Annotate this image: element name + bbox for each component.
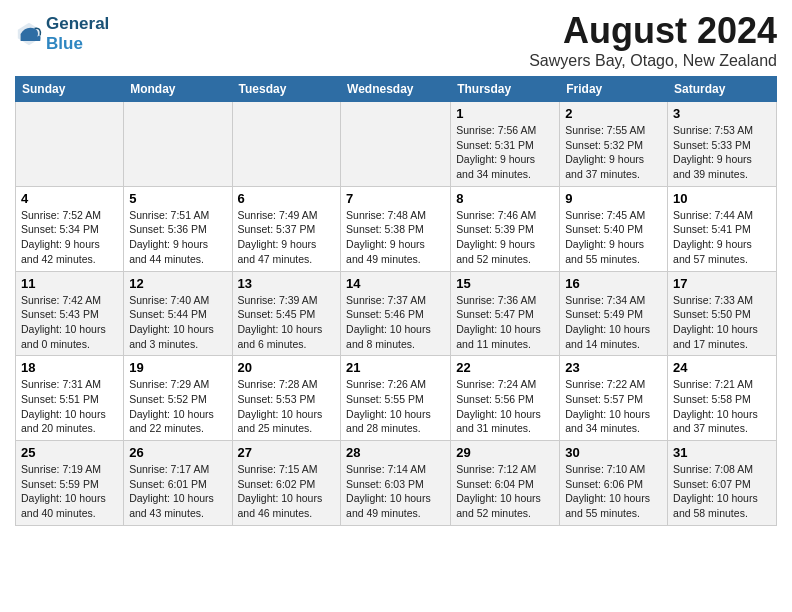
day-number: 7 <box>346 191 445 206</box>
page-header: General Blue August 2024 Sawyers Bay, Ot… <box>15 10 777 70</box>
page-title: August 2024 <box>529 10 777 52</box>
day-number: 26 <box>129 445 226 460</box>
day-info: Sunrise: 7:44 AM Sunset: 5:41 PM Dayligh… <box>673 208 771 267</box>
day-info: Sunrise: 7:49 AM Sunset: 5:37 PM Dayligh… <box>238 208 336 267</box>
day-info: Sunrise: 7:55 AM Sunset: 5:32 PM Dayligh… <box>565 123 662 182</box>
day-number: 15 <box>456 276 554 291</box>
calendar-week-row: 25Sunrise: 7:19 AM Sunset: 5:59 PM Dayli… <box>16 441 777 526</box>
calendar-cell: 29Sunrise: 7:12 AM Sunset: 6:04 PM Dayli… <box>451 441 560 526</box>
day-number: 30 <box>565 445 662 460</box>
day-info: Sunrise: 7:21 AM Sunset: 5:58 PM Dayligh… <box>673 377 771 436</box>
day-info: Sunrise: 7:28 AM Sunset: 5:53 PM Dayligh… <box>238 377 336 436</box>
day-of-week-header: Thursday <box>451 77 560 102</box>
calendar-cell: 12Sunrise: 7:40 AM Sunset: 5:44 PM Dayli… <box>124 271 232 356</box>
day-number: 29 <box>456 445 554 460</box>
day-number: 23 <box>565 360 662 375</box>
logo-text: General Blue <box>46 14 109 53</box>
calendar-cell: 30Sunrise: 7:10 AM Sunset: 6:06 PM Dayli… <box>560 441 668 526</box>
day-info: Sunrise: 7:45 AM Sunset: 5:40 PM Dayligh… <box>565 208 662 267</box>
day-of-week-header: Saturday <box>668 77 777 102</box>
day-info: Sunrise: 7:40 AM Sunset: 5:44 PM Dayligh… <box>129 293 226 352</box>
calendar-cell <box>16 102 124 187</box>
calendar-cell: 4Sunrise: 7:52 AM Sunset: 5:34 PM Daylig… <box>16 186 124 271</box>
day-info: Sunrise: 7:12 AM Sunset: 6:04 PM Dayligh… <box>456 462 554 521</box>
day-info: Sunrise: 7:56 AM Sunset: 5:31 PM Dayligh… <box>456 123 554 182</box>
day-info: Sunrise: 7:53 AM Sunset: 5:33 PM Dayligh… <box>673 123 771 182</box>
day-info: Sunrise: 7:17 AM Sunset: 6:01 PM Dayligh… <box>129 462 226 521</box>
calendar-cell: 9Sunrise: 7:45 AM Sunset: 5:40 PM Daylig… <box>560 186 668 271</box>
day-of-week-header: Tuesday <box>232 77 341 102</box>
day-number: 24 <box>673 360 771 375</box>
calendar-cell: 7Sunrise: 7:48 AM Sunset: 5:38 PM Daylig… <box>341 186 451 271</box>
day-info: Sunrise: 7:39 AM Sunset: 5:45 PM Dayligh… <box>238 293 336 352</box>
day-number: 22 <box>456 360 554 375</box>
day-number: 27 <box>238 445 336 460</box>
day-info: Sunrise: 7:34 AM Sunset: 5:49 PM Dayligh… <box>565 293 662 352</box>
day-info: Sunrise: 7:46 AM Sunset: 5:39 PM Dayligh… <box>456 208 554 267</box>
day-info: Sunrise: 7:19 AM Sunset: 5:59 PM Dayligh… <box>21 462 118 521</box>
day-number: 11 <box>21 276 118 291</box>
day-number: 4 <box>21 191 118 206</box>
calendar-cell: 20Sunrise: 7:28 AM Sunset: 5:53 PM Dayli… <box>232 356 341 441</box>
calendar-cell: 5Sunrise: 7:51 AM Sunset: 5:36 PM Daylig… <box>124 186 232 271</box>
day-number: 1 <box>456 106 554 121</box>
day-number: 18 <box>21 360 118 375</box>
day-number: 28 <box>346 445 445 460</box>
calendar-table: SundayMondayTuesdayWednesdayThursdayFrid… <box>15 76 777 526</box>
day-number: 20 <box>238 360 336 375</box>
calendar-cell: 2Sunrise: 7:55 AM Sunset: 5:32 PM Daylig… <box>560 102 668 187</box>
day-number: 14 <box>346 276 445 291</box>
calendar-cell: 27Sunrise: 7:15 AM Sunset: 6:02 PM Dayli… <box>232 441 341 526</box>
calendar-week-row: 1Sunrise: 7:56 AM Sunset: 5:31 PM Daylig… <box>16 102 777 187</box>
calendar-cell: 16Sunrise: 7:34 AM Sunset: 5:49 PM Dayli… <box>560 271 668 356</box>
calendar-cell: 24Sunrise: 7:21 AM Sunset: 5:58 PM Dayli… <box>668 356 777 441</box>
day-number: 5 <box>129 191 226 206</box>
header-row: SundayMondayTuesdayWednesdayThursdayFrid… <box>16 77 777 102</box>
calendar-cell: 10Sunrise: 7:44 AM Sunset: 5:41 PM Dayli… <box>668 186 777 271</box>
calendar-cell: 3Sunrise: 7:53 AM Sunset: 5:33 PM Daylig… <box>668 102 777 187</box>
day-number: 9 <box>565 191 662 206</box>
day-number: 19 <box>129 360 226 375</box>
day-number: 6 <box>238 191 336 206</box>
calendar-cell: 14Sunrise: 7:37 AM Sunset: 5:46 PM Dayli… <box>341 271 451 356</box>
title-block: August 2024 Sawyers Bay, Otago, New Zeal… <box>529 10 777 70</box>
calendar-cell: 19Sunrise: 7:29 AM Sunset: 5:52 PM Dayli… <box>124 356 232 441</box>
day-info: Sunrise: 7:22 AM Sunset: 5:57 PM Dayligh… <box>565 377 662 436</box>
day-info: Sunrise: 7:37 AM Sunset: 5:46 PM Dayligh… <box>346 293 445 352</box>
calendar-cell: 6Sunrise: 7:49 AM Sunset: 5:37 PM Daylig… <box>232 186 341 271</box>
logo-icon <box>15 20 43 48</box>
day-number: 8 <box>456 191 554 206</box>
day-info: Sunrise: 7:31 AM Sunset: 5:51 PM Dayligh… <box>21 377 118 436</box>
day-info: Sunrise: 7:29 AM Sunset: 5:52 PM Dayligh… <box>129 377 226 436</box>
calendar-cell: 11Sunrise: 7:42 AM Sunset: 5:43 PM Dayli… <box>16 271 124 356</box>
calendar-cell: 31Sunrise: 7:08 AM Sunset: 6:07 PM Dayli… <box>668 441 777 526</box>
day-info: Sunrise: 7:10 AM Sunset: 6:06 PM Dayligh… <box>565 462 662 521</box>
calendar-cell: 25Sunrise: 7:19 AM Sunset: 5:59 PM Dayli… <box>16 441 124 526</box>
calendar-cell: 28Sunrise: 7:14 AM Sunset: 6:03 PM Dayli… <box>341 441 451 526</box>
day-number: 21 <box>346 360 445 375</box>
day-info: Sunrise: 7:36 AM Sunset: 5:47 PM Dayligh… <box>456 293 554 352</box>
calendar-week-row: 4Sunrise: 7:52 AM Sunset: 5:34 PM Daylig… <box>16 186 777 271</box>
day-number: 10 <box>673 191 771 206</box>
day-number: 25 <box>21 445 118 460</box>
calendar-header: SundayMondayTuesdayWednesdayThursdayFrid… <box>16 77 777 102</box>
calendar-cell: 21Sunrise: 7:26 AM Sunset: 5:55 PM Dayli… <box>341 356 451 441</box>
calendar-cell: 23Sunrise: 7:22 AM Sunset: 5:57 PM Dayli… <box>560 356 668 441</box>
day-info: Sunrise: 7:51 AM Sunset: 5:36 PM Dayligh… <box>129 208 226 267</box>
calendar-cell: 8Sunrise: 7:46 AM Sunset: 5:39 PM Daylig… <box>451 186 560 271</box>
calendar-cell <box>341 102 451 187</box>
calendar-week-row: 18Sunrise: 7:31 AM Sunset: 5:51 PM Dayli… <box>16 356 777 441</box>
day-of-week-header: Wednesday <box>341 77 451 102</box>
day-number: 2 <box>565 106 662 121</box>
logo: General Blue <box>15 14 109 53</box>
day-number: 3 <box>673 106 771 121</box>
day-of-week-header: Monday <box>124 77 232 102</box>
day-info: Sunrise: 7:26 AM Sunset: 5:55 PM Dayligh… <box>346 377 445 436</box>
day-info: Sunrise: 7:33 AM Sunset: 5:50 PM Dayligh… <box>673 293 771 352</box>
day-number: 31 <box>673 445 771 460</box>
day-info: Sunrise: 7:42 AM Sunset: 5:43 PM Dayligh… <box>21 293 118 352</box>
day-info: Sunrise: 7:24 AM Sunset: 5:56 PM Dayligh… <box>456 377 554 436</box>
calendar-cell: 17Sunrise: 7:33 AM Sunset: 5:50 PM Dayli… <box>668 271 777 356</box>
calendar-cell <box>124 102 232 187</box>
day-info: Sunrise: 7:52 AM Sunset: 5:34 PM Dayligh… <box>21 208 118 267</box>
